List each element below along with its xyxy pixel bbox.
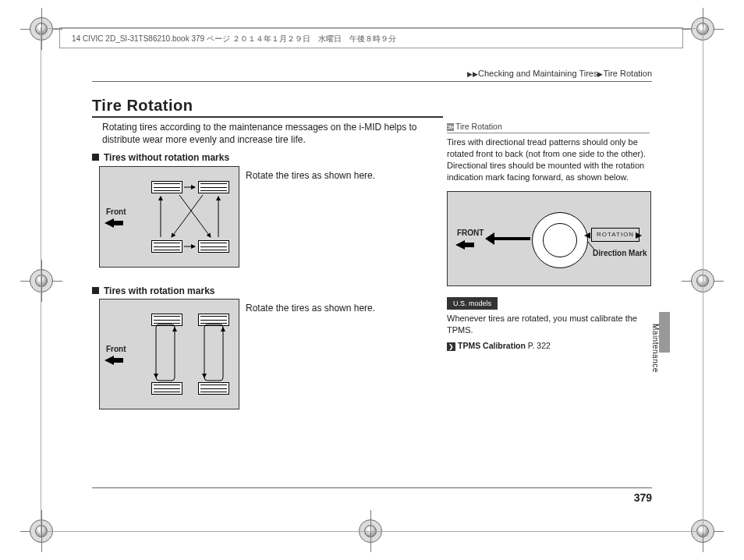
tire-icon: [151, 382, 182, 395]
cross-reference-label: TPMS Calibration: [458, 341, 526, 350]
sidebar-title-text: Tire Rotation: [455, 122, 502, 131]
section-tab-label: Maintenance: [651, 324, 660, 373]
direction-mark-label: Direction Mark: [593, 248, 647, 259]
header-strip: 14 CIVIC 2D_SI-31TS86210.book 379 ページ ２０…: [72, 34, 396, 44]
divider: [92, 81, 652, 82]
rotation-label: ROTATION: [591, 228, 639, 243]
section-text: Rotate the tires as shown here.: [246, 170, 375, 181]
tire-icon: [151, 181, 182, 193]
section-text: Rotate the tires as shown here.: [246, 303, 375, 314]
chevron-icon: ▶▶: [467, 70, 478, 78]
svg-line-2: [179, 195, 211, 237]
divider: [92, 487, 652, 488]
cross-reference: ❯TPMS Calibration P. 322: [447, 340, 650, 351]
link-icon: ❯: [447, 342, 455, 351]
section-tab: [659, 312, 670, 353]
svg-line-3: [172, 195, 203, 237]
arrow-right-icon: [636, 232, 642, 239]
front-label: Front: [106, 345, 126, 353]
arrow-left-icon: [584, 232, 590, 239]
tire-icon: [198, 382, 229, 395]
rotation-diagram-with-marks: Front: [99, 299, 239, 409]
tire-icon: [198, 240, 229, 253]
arrow-left-icon: [455, 240, 465, 250]
wheel-icon: [532, 212, 588, 268]
crop-line: [41, 27, 41, 533]
chevron-icon: ≫: [447, 123, 454, 131]
sidebar-note: Whenever tires are rotated, you must cal…: [447, 313, 650, 336]
direction-mark-diagram: FRONT ROTATION Direction Mark: [447, 191, 651, 286]
breadcrumb-segment: Tire Rotation: [603, 69, 652, 78]
section-heading-text: Tires with rotation marks: [104, 285, 214, 296]
crop-line: [47, 531, 697, 532]
square-bullet-icon: [92, 287, 99, 294]
sidebar-title: ≫Tire Rotation: [447, 121, 650, 133]
breadcrumb: ▶▶Checking and Maintaining Tires▶Tire Ro…: [467, 69, 652, 78]
sidebar-text: Tires with directional tread patterns sh…: [447, 136, 650, 183]
front-label: FRONT: [457, 228, 484, 239]
page-title: Tire Rotation: [92, 97, 443, 118]
crop-line: [703, 27, 703, 533]
page-number: 379: [634, 491, 652, 504]
rotation-label-text: ROTATION: [597, 231, 634, 238]
section-heading: Tires with rotation marks: [92, 285, 214, 296]
rotation-diagram-no-marks: Front: [99, 166, 239, 268]
front-label: Front: [106, 207, 126, 216]
tire-icon: [198, 181, 229, 193]
registration-mark-icon: [30, 17, 53, 41]
section-heading: Tires without rotation marks: [92, 152, 229, 163]
tire-icon: [151, 240, 182, 253]
arrow-left-icon: [105, 356, 114, 365]
cross-reference-page: P. 322: [528, 341, 551, 350]
tire-icon: [198, 314, 229, 326]
intro-text: Rotating tires according to the maintena…: [102, 121, 430, 146]
square-bullet-icon: [92, 154, 99, 161]
section-heading-text: Tires without rotation marks: [104, 152, 229, 163]
breadcrumb-segment: Checking and Maintaining Tires: [478, 69, 597, 78]
arrow-left-icon: [105, 218, 114, 228]
registration-mark-icon: [30, 269, 53, 292]
sidebar: ≫Tire Rotation Tires with directional tr…: [447, 121, 650, 352]
region-badge: U.S. models: [447, 297, 498, 310]
tire-icon: [151, 314, 182, 326]
